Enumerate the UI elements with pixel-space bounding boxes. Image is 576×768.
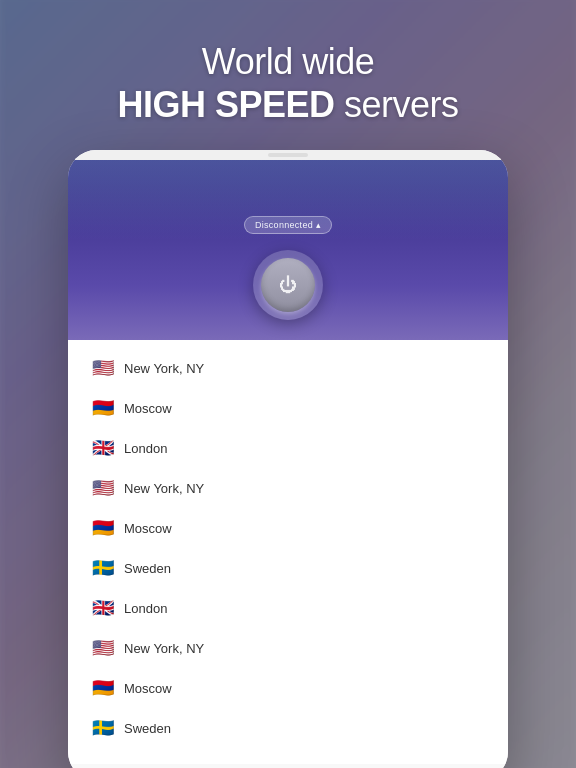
server-item[interactable]: 🇸🇪Sweden — [68, 548, 508, 588]
flag-icon: 🇦🇲 — [92, 517, 114, 539]
server-item[interactable]: 🇦🇲Moscow — [68, 508, 508, 548]
server-name: New York, NY — [124, 481, 204, 496]
status-label: Disconnected ▴ — [255, 220, 321, 230]
device-bottom-bar — [68, 764, 508, 768]
page-content: World wide HIGH SPEED servers Disconnect… — [0, 0, 576, 768]
device-frame: Disconnected ▴ ⏻ 🇺🇸New York, NY🇦🇲Moscow🇬… — [68, 150, 508, 768]
server-item[interactable]: 🇸🇪Sweden — [68, 708, 508, 748]
server-item[interactable]: 🇬🇧London — [68, 428, 508, 468]
server-list: 🇺🇸New York, NY🇦🇲Moscow🇬🇧London🇺🇸New York… — [68, 340, 508, 764]
server-item[interactable]: 🇦🇲Moscow — [68, 668, 508, 708]
flag-icon: 🇸🇪 — [92, 717, 114, 739]
server-name: London — [124, 601, 167, 616]
headline-line2: HIGH SPEED — [117, 84, 334, 125]
flag-icon: 🇬🇧 — [92, 597, 114, 619]
server-item[interactable]: 🇦🇲Moscow — [68, 388, 508, 428]
flag-icon: 🇸🇪 — [92, 557, 114, 579]
server-name: Sweden — [124, 561, 171, 576]
flag-icon: 🇦🇲 — [92, 397, 114, 419]
server-item[interactable]: 🇬🇧London — [68, 588, 508, 628]
server-item[interactable]: 🇺🇸New York, NY — [68, 468, 508, 508]
flag-icon: 🇺🇸 — [92, 637, 114, 659]
server-name: Moscow — [124, 521, 172, 536]
power-button-inner[interactable]: ⏻ — [261, 258, 315, 312]
power-icon: ⏻ — [279, 276, 297, 294]
flag-icon: 🇺🇸 — [92, 477, 114, 499]
headline-line3: servers — [344, 84, 459, 125]
server-item[interactable]: 🇺🇸New York, NY — [68, 628, 508, 668]
power-button-outer[interactable]: ⏻ — [253, 250, 323, 320]
server-name: London — [124, 441, 167, 456]
headline-line1: World wide — [202, 41, 374, 82]
flag-icon: 🇦🇲 — [92, 677, 114, 699]
device-top-bar — [68, 150, 508, 160]
headline-section: World wide HIGH SPEED servers — [97, 0, 478, 150]
server-name: New York, NY — [124, 641, 204, 656]
server-item[interactable]: 🇺🇸New York, NY — [68, 348, 508, 388]
server-name: Moscow — [124, 681, 172, 696]
status-badge: Disconnected ▴ — [244, 216, 332, 234]
flag-icon: 🇬🇧 — [92, 437, 114, 459]
vpn-header: Disconnected ▴ ⏻ — [68, 160, 508, 340]
headline-title: World wide HIGH SPEED servers — [117, 40, 458, 126]
server-name: Sweden — [124, 721, 171, 736]
flag-icon: 🇺🇸 — [92, 357, 114, 379]
server-name: New York, NY — [124, 361, 204, 376]
server-name: Moscow — [124, 401, 172, 416]
